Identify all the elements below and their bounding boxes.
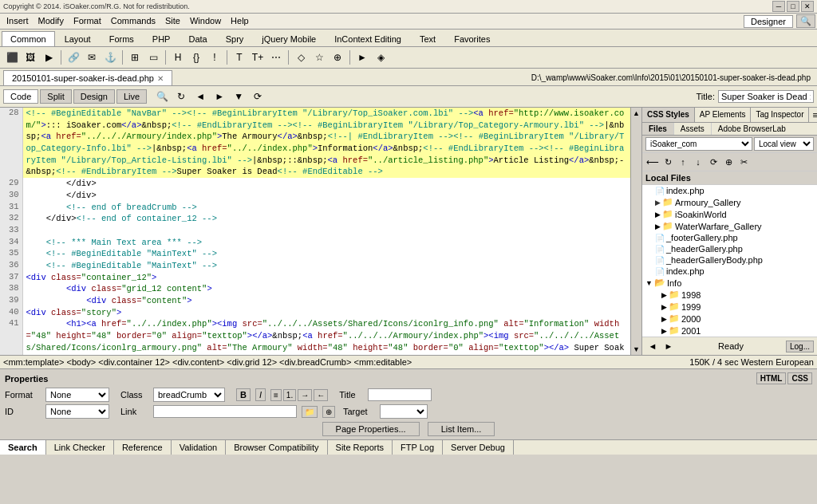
window-controls[interactable]: ─ □ ✕ bbox=[772, 1, 814, 12]
menu-item-window[interactable]: Window bbox=[185, 14, 226, 28]
list-item[interactable]: 📄 _footerGallery.php bbox=[642, 232, 817, 243]
link-input[interactable] bbox=[153, 405, 297, 418]
list-item[interactable]: ▶ 📁 Armoury_Gallery bbox=[642, 196, 817, 208]
list-ol-btn[interactable]: 1. bbox=[283, 389, 296, 401]
code-line-30[interactable]: </div> bbox=[22, 190, 630, 202]
code-line-37[interactable]: <div class="container_12"> bbox=[22, 272, 630, 284]
code-line-32[interactable]: </div><!-- end of container_12 --> bbox=[22, 213, 630, 225]
right-download-icon[interactable]: ↓ bbox=[691, 155, 705, 169]
code-line-39[interactable]: <div class="content"> bbox=[22, 295, 630, 307]
inspect-icon[interactable]: 🔍 bbox=[153, 88, 171, 105]
list-item[interactable]: ▶ 📁 2000 bbox=[642, 313, 817, 325]
view-split-btn[interactable]: Split bbox=[40, 89, 71, 104]
right-subtab-browserlabs[interactable]: Adobe BrowserLab bbox=[712, 123, 792, 135]
toolbar-icon-templ3[interactable]: ⋯ bbox=[267, 49, 285, 66]
list-ul-btn[interactable]: ≡ bbox=[270, 389, 282, 401]
target-select[interactable] bbox=[380, 404, 428, 419]
id-select[interactable]: None bbox=[45, 404, 109, 419]
tab-data[interactable]: Data bbox=[180, 31, 215, 46]
toolbar-icon-media[interactable]: ▶ bbox=[40, 49, 57, 66]
toolbar-icon-email[interactable]: ✉ bbox=[83, 49, 101, 66]
toolbar-icon-comment[interactable]: ! bbox=[206, 49, 223, 66]
view-select[interactable]: Local view bbox=[754, 137, 814, 151]
toolbar-icon-table[interactable]: ⊞ bbox=[126, 49, 144, 66]
code-line-34[interactable]: <!-- *** Main Text area *** --> bbox=[22, 237, 630, 249]
menu-item-insert[interactable]: Insert bbox=[2, 14, 34, 28]
page-properties-btn[interactable]: Page Properties... bbox=[322, 422, 420, 436]
list-item[interactable]: 📄 index.php bbox=[642, 266, 817, 277]
toolbar-icon-hyperlink[interactable]: 🔗 bbox=[65, 49, 82, 66]
scroll-up-arrow[interactable]: ▲ bbox=[631, 108, 641, 119]
list-item[interactable]: 📄 index.php bbox=[642, 185, 817, 196]
toolbar-icon-templ2[interactable]: T+ bbox=[249, 49, 266, 66]
refresh-icon[interactable]: ↻ bbox=[172, 88, 190, 105]
list-item[interactable]: ▶ 📁 WaterWarfare_Gallery bbox=[642, 220, 817, 232]
code-line-35[interactable]: <!-- #BeginEditable "MainText" --> bbox=[22, 248, 630, 260]
right-file-icon[interactable]: ✂ bbox=[736, 155, 751, 169]
maximize-btn[interactable]: □ bbox=[787, 1, 799, 12]
view-code-btn[interactable]: Code bbox=[3, 89, 38, 104]
toolbar-icon-misc4[interactable]: ► bbox=[353, 49, 371, 66]
list-item[interactable]: ▶ 📁 1999 bbox=[642, 301, 817, 313]
code-line-28[interactable]: <!-- #BeginEditable "NavBar" --><!-- #Be… bbox=[22, 108, 630, 178]
right-status-prev-icon[interactable]: ◄ bbox=[645, 339, 660, 353]
toolbar-icon-div[interactable]: ⬛ bbox=[3, 49, 21, 66]
bottom-tab-server-debug[interactable]: Server Debug bbox=[443, 440, 514, 455]
link-target-btn[interactable]: ⊕ bbox=[322, 406, 335, 418]
toolbar-icon-script[interactable]: {} bbox=[187, 49, 205, 66]
tab-jquery-mobile[interactable]: jQuery Mobile bbox=[253, 31, 325, 46]
scrollbar-vertical[interactable]: ▲ ▼ bbox=[630, 108, 641, 355]
class-select[interactable]: breadCrumb bbox=[153, 388, 225, 402]
code-line-31[interactable]: <!-- end of breadCrumb --> bbox=[22, 202, 630, 214]
navigate-prev-icon[interactable]: ◄ bbox=[191, 88, 209, 105]
title-prop-input[interactable] bbox=[368, 388, 432, 401]
prop-html-btn[interactable]: HTML bbox=[756, 372, 787, 384]
right-refresh-icon[interactable]: ↻ bbox=[661, 155, 675, 169]
file-tab-active[interactable]: 20150101-super-soaker-is-dead.php ✕ bbox=[3, 70, 172, 85]
right-expand-icon[interactable]: ⊕ bbox=[721, 155, 736, 169]
tab-favorites[interactable]: Favorites bbox=[445, 31, 499, 46]
site-select[interactable]: iSoaker_com bbox=[645, 137, 752, 151]
toolbar-icon-head[interactable]: H bbox=[169, 49, 187, 66]
tab-layout[interactable]: Layout bbox=[56, 31, 100, 46]
bottom-tab-validation[interactable]: Validation bbox=[172, 440, 227, 455]
code-line-29[interactable]: </div> bbox=[22, 178, 630, 190]
toolbar-icon-img[interactable]: 🖼 bbox=[22, 49, 39, 66]
minimize-btn[interactable]: ─ bbox=[772, 1, 785, 12]
code-line-33[interactable] bbox=[22, 225, 630, 237]
view-sync-icon[interactable]: ⟳ bbox=[249, 88, 266, 105]
toolbar-icon-misc2[interactable]: ☆ bbox=[310, 49, 328, 66]
bold-btn[interactable]: B bbox=[236, 388, 251, 401]
toolbar-icon-templ1[interactable]: T bbox=[231, 49, 248, 66]
link-browse-btn[interactable]: 📁 bbox=[302, 406, 318, 418]
right-tab-ap-elements[interactable]: AP Elements bbox=[695, 108, 752, 122]
list-item[interactable]: ▼ 📂 Info bbox=[642, 277, 817, 289]
bottom-tab-site-reports[interactable]: Site Reports bbox=[328, 440, 393, 455]
menu-item-modify[interactable]: Modify bbox=[34, 14, 69, 28]
close-btn[interactable]: ✕ bbox=[801, 1, 814, 12]
toolbar-icon-misc3[interactable]: ⊕ bbox=[329, 49, 346, 66]
indent-btn[interactable]: → bbox=[298, 389, 312, 401]
right-subtab-files[interactable]: Files bbox=[642, 123, 674, 135]
format-select[interactable]: None bbox=[45, 388, 109, 402]
title-input[interactable] bbox=[718, 90, 814, 103]
tab-spry[interactable]: Spry bbox=[217, 31, 253, 46]
menu-item-help[interactable]: Help bbox=[226, 14, 254, 28]
bottom-tab-reference[interactable]: Reference bbox=[114, 440, 172, 455]
search-icon[interactable]: 🔍 bbox=[796, 14, 815, 28]
code-line-38[interactable]: <div class="grid_12 content"> bbox=[22, 283, 630, 295]
toolbar-icon-anchor[interactable]: ⚓ bbox=[101, 49, 119, 66]
right-connect-icon[interactable]: ⟵ bbox=[645, 155, 660, 169]
bottom-tab-link-checker[interactable]: Link Checker bbox=[46, 440, 114, 455]
code-line-41[interactable]: <h1><a href="../../index.php"><img src="… bbox=[22, 318, 630, 355]
bottom-tab-ftp-log[interactable]: FTP Log bbox=[393, 440, 443, 455]
right-tab-tag-inspector[interactable]: Tag Inspector bbox=[751, 108, 809, 122]
tab-forms[interactable]: Forms bbox=[101, 31, 143, 46]
list-item-btn[interactable]: List Item... bbox=[428, 422, 495, 436]
list-item[interactable]: 📄 _headerGalleryBody.php bbox=[642, 254, 817, 266]
menu-item-format[interactable]: Format bbox=[69, 14, 106, 28]
right-status-next-icon[interactable]: ► bbox=[661, 339, 676, 353]
outdent-btn[interactable]: ← bbox=[314, 389, 328, 401]
file-tree[interactable]: 📄 index.php ▶ 📁 Armoury_Gallery ▶ 📁 iSoa… bbox=[642, 185, 817, 337]
bottom-tab-search[interactable]: Search bbox=[0, 440, 46, 455]
